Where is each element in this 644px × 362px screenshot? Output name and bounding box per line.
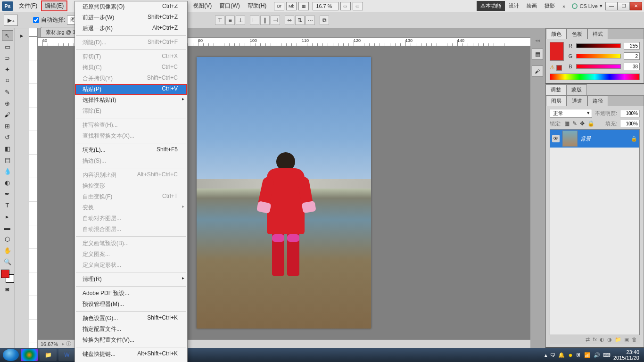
menu-item-转换为配置文件v[interactable]: 转换为配置文件(V)...	[75, 335, 187, 346]
menu-item-后退一步k[interactable]: 后退一步(K)Alt+Ctrl+Z	[75, 23, 187, 34]
lock-pixels-icon[interactable]: ✎	[572, 120, 577, 127]
lock-position-icon[interactable]: ✥	[580, 120, 585, 127]
minibridge-icon[interactable]: Mb	[286, 2, 297, 10]
menu-item-菜单u[interactable]: 菜单(U)...Alt+Shift+Ctrl+M	[75, 360, 187, 362]
layers-tab[interactable]: 图层	[546, 96, 567, 106]
crop-tool[interactable]: ⌗	[2, 75, 13, 86]
delete-layer-icon[interactable]: 🗑	[632, 337, 637, 343]
distribute-spacing-icon[interactable]: ⋯	[305, 16, 315, 25]
blur-tool[interactable]: 💧	[2, 166, 13, 176]
color-tab[interactable]: 颜色	[546, 29, 567, 39]
swatches-tab[interactable]: 色板	[567, 29, 587, 39]
tray-icon-4[interactable]: ⛨	[576, 352, 581, 358]
history-panel-icon[interactable]: ▦	[532, 49, 543, 60]
workspace-more[interactable]: »	[559, 2, 569, 10]
menu-item-指定配置文件[interactable]: 指定配置文件...	[75, 324, 187, 335]
lasso-tool[interactable]: ⊃	[2, 53, 13, 63]
distribute-h-icon[interactable]: ⇿	[285, 16, 294, 25]
r-value[interactable]	[624, 42, 640, 49]
menu-item-键盘快捷键[interactable]: 键盘快捷键...Alt+Shift+Ctrl+K	[75, 349, 187, 360]
tray-input-icon[interactable]: ⌨	[603, 352, 611, 358]
group-icon[interactable]: 📁	[615, 337, 621, 343]
hue-strip[interactable]	[550, 74, 640, 80]
type-tool[interactable]: T	[2, 200, 13, 210]
healing-brush-tool[interactable]: ⊕	[2, 98, 13, 108]
align-left-icon[interactable]: ⊢	[250, 16, 259, 25]
menu-item-颜色设置g[interactable]: 颜色设置(G)...Shift+Ctrl+K	[75, 313, 187, 324]
warn-swatch[interactable]	[556, 65, 562, 71]
shape-tool[interactable]: ▬	[2, 222, 13, 233]
aux-tool-1[interactable]: ▸	[17, 30, 28, 41]
foreground-color[interactable]	[1, 270, 9, 278]
layer-name[interactable]: 背景	[580, 135, 628, 142]
align-right-icon[interactable]: ⊣	[271, 16, 280, 25]
menu-item-选择性粘贴i[interactable]: 选择性粘贴(I)	[75, 95, 187, 106]
status-zoom[interactable]: 16.67%	[41, 341, 58, 347]
close-button[interactable]: ✕	[630, 2, 642, 10]
hand-tool[interactable]: ✋	[2, 245, 13, 255]
menu-item-预设管理器m[interactable]: 预设管理器(M)...	[75, 299, 187, 310]
bridge-icon[interactable]: Br	[274, 2, 284, 10]
menu-edit[interactable]: 编辑(E)	[41, 0, 67, 11]
gradient-tool[interactable]: ▤	[2, 155, 13, 165]
tray-icon-2[interactable]: 🔔	[558, 352, 565, 358]
layer-mask-icon[interactable]: ◐	[600, 337, 604, 343]
auto-select-checkbox[interactable]: 自动选择:	[33, 16, 65, 24]
layer-style-icon[interactable]: fx	[593, 337, 597, 343]
g-value[interactable]	[624, 52, 640, 60]
align-hcenter-icon[interactable]: ∥	[260, 16, 270, 25]
dodge-tool[interactable]: ◐	[2, 177, 13, 188]
view-extras-icon[interactable]: ▭	[340, 2, 351, 10]
blend-mode-select[interactable]: 正常	[550, 109, 592, 118]
taskbar-word[interactable]: W	[58, 349, 75, 361]
menu-item-填充l[interactable]: 填充(L)...Shift+F5	[75, 145, 187, 156]
start-button[interactable]	[3, 349, 19, 361]
styles-tab[interactable]: 样式	[587, 29, 608, 39]
lock-all-icon[interactable]: 🔒	[587, 120, 594, 127]
grid-icon[interactable]: ▦	[298, 2, 309, 10]
distribute-v-icon[interactable]: ⇅	[295, 16, 305, 25]
path-selection-tool[interactable]: ▸	[2, 211, 13, 222]
brush-tool[interactable]: 🖌	[2, 109, 13, 120]
cs-live[interactable]: CS Live▾	[569, 3, 605, 9]
layer-thumbnail[interactable]	[562, 131, 578, 147]
layer-visibility-icon[interactable]: 👁	[552, 135, 560, 142]
layer-background[interactable]: 👁 背景 🔒	[550, 130, 639, 148]
menu-item-adobepdf预设[interactable]: Adobe PDF 预设...	[75, 288, 187, 299]
workspace-essentials[interactable]: 基本功能	[477, 1, 505, 11]
zoom-tool[interactable]: 🔍	[2, 256, 13, 267]
menu-view[interactable]: 视图(V)	[189, 0, 215, 11]
marquee-tool[interactable]: ▭	[2, 41, 13, 52]
taskbar-app-1[interactable]	[21, 349, 38, 361]
quickmask-tool[interactable]: ◙	[2, 284, 13, 294]
minimize-button[interactable]: —	[605, 2, 618, 10]
align-bottom-icon[interactable]: ⊥	[236, 16, 245, 25]
channels-tab[interactable]: 通道	[567, 96, 587, 106]
link-layers-icon[interactable]: ⇄	[586, 337, 590, 343]
adjustments-tab[interactable]: 调整	[545, 84, 566, 95]
menu-item-粘贴p[interactable]: 粘贴(P)Ctrl+V	[75, 84, 187, 95]
magic-wand-tool[interactable]: ✦	[2, 64, 13, 74]
gamut-warning-icon[interactable]: ⚠	[550, 64, 555, 71]
menu-help[interactable]: 帮助(H)	[244, 0, 271, 11]
align-top-icon[interactable]: ⊤	[215, 16, 224, 25]
b-value[interactable]	[624, 63, 640, 70]
color-preview[interactable]	[550, 42, 564, 61]
masks-tab[interactable]: 蒙版	[566, 84, 587, 95]
eraser-tool[interactable]: ◧	[2, 143, 13, 154]
tray-show-hidden[interactable]: ▴	[545, 352, 547, 358]
pen-tool[interactable]: ✒	[2, 189, 13, 199]
new-layer-icon[interactable]: ▣	[624, 337, 629, 343]
paths-tab[interactable]: 路径	[587, 96, 608, 106]
b-slider[interactable]	[576, 64, 621, 69]
maximize-button[interactable]: ❐	[618, 2, 630, 10]
history-brush-tool[interactable]: ↺	[2, 132, 13, 142]
tray-volume-icon[interactable]: 🔊	[594, 352, 600, 358]
brush-panel-icon[interactable]: 🖌	[532, 66, 543, 77]
tray-clock[interactable]: 23:40 2015/11/20	[613, 349, 641, 361]
menu-item-前进一步w[interactable]: 前进一步(W)Shift+Ctrl+Z	[75, 12, 187, 23]
menu-window[interactable]: 窗口(W)	[215, 0, 243, 11]
arrange-icon[interactable]: ⧉	[320, 16, 329, 25]
zoom-level[interactable]: 16.7 %	[313, 2, 338, 10]
clone-stamp-tool[interactable]: ⊞	[2, 121, 13, 131]
